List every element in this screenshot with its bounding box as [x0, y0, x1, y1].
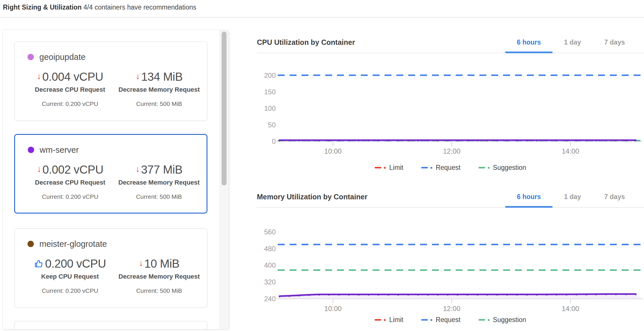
- recommendation-current: Current: 0.200 vCPU: [42, 100, 98, 107]
- x-axis-tick-label: 12:00: [443, 147, 460, 155]
- y-axis-tick-label: 400: [264, 261, 276, 269]
- recommendation-current: Current: 500 MiB: [136, 287, 182, 294]
- tab-1-day[interactable]: 1 day: [553, 32, 593, 53]
- legend-label: Suggestion: [493, 316, 526, 324]
- cpu-chart-header: CPU Utilization by Container 6 hours1 da…: [257, 32, 644, 53]
- recommendation-action: Decrease Memory Request: [118, 86, 200, 93]
- recommendation-current: Current: 0.200 vCPU: [42, 287, 98, 294]
- page-title: Right Sizing & Utilization 4/4 container…: [3, 3, 196, 11]
- legend-label: Limit: [389, 164, 403, 172]
- legend-dot-icon: [430, 167, 432, 169]
- x-axis-tick-label: 12:00: [443, 305, 460, 312]
- legend-dash-icon: [375, 167, 381, 168]
- recommendation-action: Decrease Memory Request: [118, 273, 200, 280]
- legend-label: Request: [436, 164, 461, 172]
- legend-dot-icon: [430, 319, 432, 321]
- container-name: geoipupdate: [39, 52, 86, 62]
- container-card-meister-glogrotate[interactable]: meister-glogrotate0.200 vCPUKeep CPU Req…: [14, 228, 207, 308]
- tab-1-day[interactable]: 1 day: [553, 186, 593, 207]
- y-axis-tick-label: 200: [264, 71, 276, 79]
- recommendation-value: 377 MiB: [141, 163, 182, 176]
- arrow-down-icon: ↓: [135, 165, 140, 173]
- scrollbar-thumb[interactable]: [222, 32, 227, 185]
- header-divider: [0, 17, 644, 18]
- vertical-scrollbar[interactable]: [220, 30, 228, 329]
- container-color-dot: [27, 54, 34, 60]
- legend-dash-icon: [421, 319, 428, 321]
- recommendation-value: 134 MiB: [141, 70, 183, 83]
- legend-label: Request: [436, 316, 461, 324]
- cpu-chart-title: CPU Utilization by Container: [257, 38, 355, 47]
- y-axis-tick-label: 100: [264, 104, 276, 112]
- recommendation-action: Keep CPU Request: [41, 273, 99, 280]
- legend-dot-icon: [488, 319, 490, 321]
- x-axis-tick-label: 14:00: [562, 305, 579, 312]
- legend-dash-icon: [479, 167, 485, 168]
- cpu-chart-plot: 20015010050010:0012:0014:00: [257, 56, 644, 161]
- legend-dot-icon: [488, 167, 490, 169]
- container-color-dot: [28, 147, 34, 153]
- containers-panel: geoipupdate↓0.004 vCPUDecrease CPU Reque…: [3, 30, 229, 329]
- legend-label: Suggestion: [493, 164, 526, 172]
- recommendation-value: 10 MiB: [144, 257, 180, 270]
- recommendation-action: Decrease CPU Request: [35, 86, 105, 93]
- recommendation-value: 0.004 vCPU: [42, 70, 103, 83]
- legend-item-request[interactable]: Request: [421, 164, 461, 172]
- cpu-time-range-tabs: 6 hours1 day7 days: [505, 32, 644, 53]
- legend-item-limit[interactable]: Limit: [375, 164, 403, 172]
- arrow-down-icon: ↓: [37, 165, 41, 173]
- legend-dash-icon: [479, 319, 485, 321]
- y-axis-tick-label: 320: [264, 278, 276, 286]
- x-axis-tick-label: 10:00: [324, 305, 342, 312]
- tab-6-hours[interactable]: 6 hours: [505, 186, 552, 207]
- legend-dash-icon: [375, 319, 381, 321]
- recommendation-value: 0.002 vCPU: [43, 163, 104, 176]
- recommendation-current: Current: 500 MiB: [136, 100, 182, 107]
- memory-chart-plot: 56048040032024010:0012:0014:00: [257, 214, 644, 314]
- recommendation-action: Decrease Memory Request: [118, 179, 200, 186]
- thumbs-up-icon: [34, 259, 44, 269]
- tab-7-days[interactable]: 7 days: [593, 186, 636, 207]
- container-card-wm-server[interactable]: wm-server↓0.002 vCPUDecrease CPU Request…: [14, 134, 207, 214]
- recommendation-value: 0.200 vCPU: [45, 257, 106, 270]
- legend-dot-icon: [384, 319, 386, 321]
- arrow-down-icon: ↓: [37, 72, 41, 80]
- right-sizing-page: Right Sizing & Utilization 4/4 container…: [0, 0, 644, 331]
- memory-recommendation: ↓377 MiBDecrease Memory RequestCurrent: …: [117, 161, 201, 200]
- cpu-recommendation: ↓0.004 vCPUDecrease CPU RequestCurrent: …: [27, 69, 113, 107]
- recommendation-current: Current: 500 MiB: [136, 193, 182, 200]
- page-title-text: Right Sizing & Utilization: [3, 3, 82, 11]
- legend-dash-icon: [421, 167, 428, 168]
- container-card-partial[interactable]: [14, 321, 207, 329]
- page-subtitle: 4/4 containers have recommendations: [84, 3, 196, 11]
- container-card-geoipupdate[interactable]: geoipupdate↓0.004 vCPUDecrease CPU Reque…: [14, 41, 207, 121]
- tab-6-hours[interactable]: 6 hours: [505, 32, 552, 53]
- cpu-recommendation: 0.200 vCPUKeep CPU RequestCurrent: 0.200…: [27, 255, 113, 294]
- cpu-recommendation: ↓0.002 vCPUDecrease CPU RequestCurrent: …: [28, 161, 113, 200]
- y-axis-tick-label: 50: [268, 121, 276, 129]
- y-axis-tick-label: 560: [264, 228, 276, 236]
- legend-item-suggestion[interactable]: Suggestion: [479, 316, 526, 324]
- memory-recommendation: ↓134 MiBDecrease Memory RequestCurrent: …: [117, 69, 202, 107]
- memory-chart-legend: LimitRequestSuggestion: [257, 316, 644, 324]
- arrow-down-icon: ↓: [136, 72, 140, 80]
- memory-time-range-tabs: 6 hours1 day7 days: [505, 186, 644, 207]
- memory-chart-header: Memory Utilization by Container 6 hours1…: [257, 186, 644, 208]
- x-axis-tick-label: 10:00: [324, 147, 342, 155]
- arrow-down-icon: ↓: [139, 259, 143, 267]
- y-axis-tick-label: 150: [264, 88, 276, 96]
- legend-item-limit[interactable]: Limit: [375, 316, 403, 324]
- legend-label: Limit: [389, 316, 403, 324]
- memory-chart-title: Memory Utilization by Container: [257, 193, 367, 201]
- container-name: meister-glogrotate: [39, 239, 107, 249]
- x-axis-tick-label: 14:00: [562, 147, 579, 155]
- recommendation-action: Decrease CPU Request: [35, 179, 105, 186]
- y-axis-tick-label: 480: [264, 245, 276, 253]
- container-name: wm-server: [40, 145, 79, 155]
- cpu-chart-legend: LimitRequestSuggestion: [257, 164, 644, 172]
- legend-item-request[interactable]: Request: [421, 316, 461, 324]
- legend-item-suggestion[interactable]: Suggestion: [479, 164, 526, 172]
- container-color-dot: [27, 241, 34, 247]
- tab-7-days[interactable]: 7 days: [593, 32, 636, 53]
- recommendation-current: Current: 0.200 vCPU: [42, 193, 98, 200]
